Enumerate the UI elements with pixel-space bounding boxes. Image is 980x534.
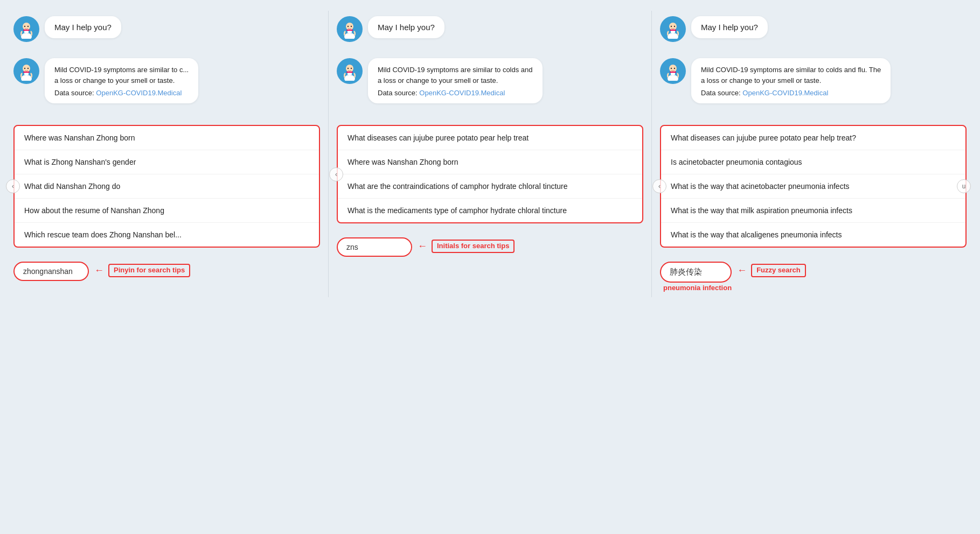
nav-arrow-right-3[interactable]: u (957, 179, 971, 193)
column-3: May I help you? (652, 11, 975, 297)
avatar-3 (660, 16, 686, 42)
response-bubble-2: Mild COVID-19 symptoms are similar to co… (368, 58, 543, 103)
svg-point-18 (347, 26, 349, 27)
response-row-2: Mild COVID-19 symptoms are similar to co… (337, 58, 643, 103)
annotation-label-2: Initials for search tips (432, 240, 515, 253)
input-area-3: 肺炎传染 pneumonia infection ← Fuzzy search (660, 262, 967, 292)
avatar-response-3 (660, 58, 686, 84)
svg-rect-34 (670, 30, 676, 31)
input-box-2[interactable]: zns (337, 237, 412, 257)
greeting-row-1: May I help you? (13, 16, 320, 42)
greeting-row-2: May I help you? (337, 16, 643, 42)
suggestion-1-4[interactable]: Which rescue team does Zhong Nanshan bel… (15, 223, 319, 247)
annotation-label-1: Pinyin for search tips (108, 264, 190, 277)
svg-rect-13 (23, 72, 30, 73)
suggestion-2-3[interactable]: What is the medicaments type of camphor … (338, 199, 642, 222)
svg-point-26 (351, 68, 352, 69)
svg-point-40 (674, 68, 675, 69)
input-annotation-3: ← Fuzzy search (737, 264, 806, 277)
avatar-response-2 (337, 58, 363, 84)
response-text-1: Mild COVID-19 symptoms are similar to c.… (54, 65, 189, 86)
input-area-2: zns ← Initials for search tips (337, 237, 643, 257)
input-row-3: 肺炎传染 pneumonia infection ← Fuzzy search (660, 262, 967, 292)
suggestion-1-0[interactable]: Where was Nanshan Zhong born (15, 126, 319, 150)
annotation-arrow-2: ← (418, 241, 427, 252)
nav-arrow-left-3[interactable]: ‹ (652, 179, 666, 193)
suggestion-3-4[interactable]: What is the way that alcaligenes pneumon… (661, 223, 965, 247)
data-source-link-3[interactable]: OpenKG-COVID19.Medical (742, 89, 828, 97)
suggestion-3-1[interactable]: Is acinetobacter pneumonia contagious (661, 150, 965, 174)
column-1: May I help you? (5, 11, 328, 297)
input-box-1[interactable]: zhongnanshan (13, 262, 89, 281)
input-row-1: zhongnanshan ← Pinyin for search tips (13, 262, 320, 281)
response-text-2: Mild COVID-19 symptoms are similar to co… (378, 65, 533, 86)
column-2: May I help you? (329, 11, 651, 297)
response-row-1: Mild COVID-19 symptoms are similar to c.… (13, 58, 320, 103)
input-chinese-wrapper: 肺炎传染 pneumonia infection (660, 262, 732, 292)
svg-point-12 (27, 68, 29, 69)
suggestion-1-2[interactable]: What did Nanshan Zhong do (15, 174, 319, 199)
nav-arrow-left-1[interactable]: ‹ (6, 179, 20, 193)
annotation-arrow-3: ← (737, 265, 747, 276)
svg-point-11 (24, 68, 25, 69)
nav-arrow-left-2[interactable]: ‹ (329, 167, 343, 181)
data-source-1: Data source: OpenKG-COVID19.Medical (54, 89, 189, 97)
suggestions-panel-1: Where was Nanshan Zhong born What is Zho… (13, 125, 320, 248)
suggestions-wrapper-2: ‹ What diseases can jujube puree potato … (337, 125, 643, 223)
response-bubble-3: Mild COVID-19 symptoms are similar to co… (691, 58, 891, 103)
svg-point-5 (27, 26, 29, 27)
data-source-link-1[interactable]: OpenKG-COVID19.Medical (96, 89, 182, 97)
suggestion-1-3[interactable]: How about the resume of Nanshan Zhong (15, 199, 319, 223)
input-sub-3: pneumonia infection (660, 284, 732, 292)
greeting-bubble-2: May I help you? (368, 16, 444, 38)
suggestion-2-1[interactable]: Where was Nanshan Zhong born (338, 150, 642, 174)
svg-point-33 (674, 26, 675, 27)
svg-rect-41 (670, 72, 676, 73)
annotation-arrow-1: ← (94, 265, 104, 276)
response-row-3: Mild COVID-19 symptoms are similar to co… (660, 58, 967, 103)
suggestion-3-3[interactable]: What is the way that milk aspiration pne… (661, 199, 965, 223)
response-bubble-1: Mild COVID-19 symptoms are similar to c.… (45, 58, 198, 103)
suggestion-1-1[interactable]: What is Zhong Nanshan's gender (15, 150, 319, 174)
svg-rect-6 (23, 30, 30, 31)
svg-point-25 (347, 68, 349, 69)
data-source-link-2[interactable]: OpenKG-COVID19.Medical (419, 89, 505, 97)
greeting-bubble-1: May I help you? (45, 16, 121, 38)
suggestions-panel-3: What diseases can jujube puree potato pe… (660, 125, 967, 248)
annotation-label-3: Fuzzy search (751, 264, 806, 277)
suggestions-wrapper-3: ‹ u What diseases can jujube puree potat… (660, 125, 967, 248)
greeting-row-3: May I help you? (660, 16, 967, 42)
data-source-3: Data source: OpenKG-COVID19.Medical (701, 89, 881, 97)
svg-point-4 (24, 26, 25, 27)
svg-rect-20 (346, 30, 353, 31)
avatar-1 (13, 16, 39, 42)
input-area-1: zhongnanshan ← Pinyin for search tips (13, 262, 320, 281)
greeting-bubble-3: May I help you? (691, 16, 768, 38)
svg-point-19 (351, 26, 352, 27)
response-text-3: Mild COVID-19 symptoms are similar to co… (701, 65, 881, 86)
avatar-response-1 (13, 58, 39, 84)
input-box-3[interactable]: 肺炎传染 (660, 262, 732, 283)
suggestions-panel-2: What diseases can jujube puree potato pe… (337, 125, 643, 223)
main-container: May I help you? (0, 0, 980, 308)
svg-rect-27 (346, 72, 353, 73)
svg-point-39 (671, 68, 672, 69)
input-row-2: zns ← Initials for search tips (337, 237, 643, 257)
suggestion-3-2[interactable]: What is the way that acinetobacter pneum… (661, 174, 965, 199)
svg-point-32 (671, 26, 672, 27)
suggestion-2-2[interactable]: What are the contraindications of campho… (338, 174, 642, 199)
input-annotation-1: ← Pinyin for search tips (94, 264, 190, 277)
suggestion-3-0[interactable]: What diseases can jujube puree potato pe… (661, 126, 965, 150)
input-annotation-2: ← Initials for search tips (418, 240, 515, 253)
data-source-2: Data source: OpenKG-COVID19.Medical (378, 89, 533, 97)
avatar-2 (337, 16, 363, 42)
suggestion-2-0[interactable]: What diseases can jujube puree potato pe… (338, 126, 642, 150)
suggestions-wrapper-1: ‹ Where was Nanshan Zhong born What is Z… (13, 125, 320, 248)
